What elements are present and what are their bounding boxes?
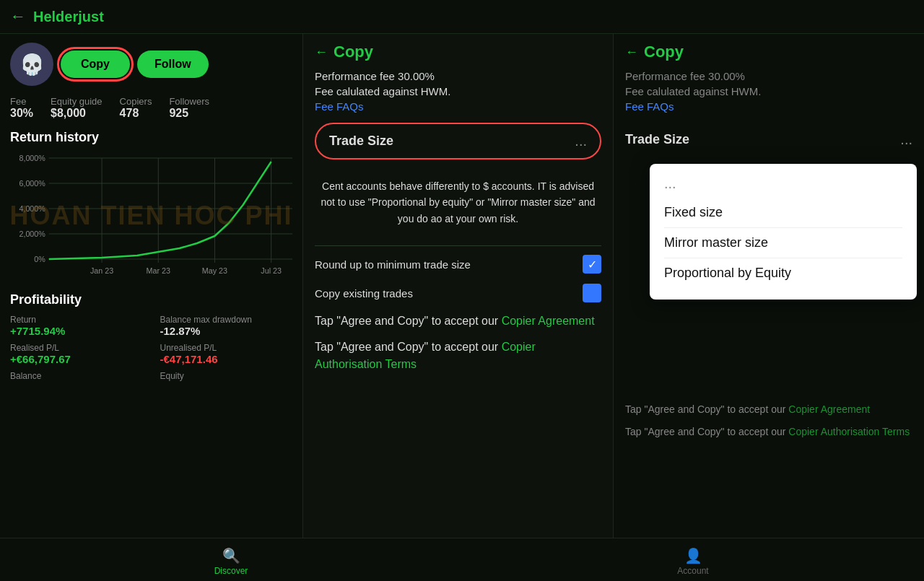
account-icon: 👤 bbox=[684, 547, 702, 564]
copy-button[interactable]: Copy bbox=[61, 51, 130, 78]
realised-pl-label: Realised P/L bbox=[10, 343, 143, 353]
warning-box: Cent accounts behave differently to $ ac… bbox=[315, 171, 601, 234]
copy-existing-row: Copy existing trades bbox=[315, 284, 601, 302]
divider-1 bbox=[315, 245, 601, 246]
equity-item: Equity bbox=[160, 371, 293, 381]
profitability-grid: Return +7715.94% Balance max drawdown -1… bbox=[10, 315, 292, 381]
agree-text-1: Tap "Agree and Copy" to accept our Copie… bbox=[315, 313, 601, 330]
svg-text:4,000%: 4,000% bbox=[19, 204, 45, 213]
equity-guide-label: Equity guide bbox=[51, 96, 103, 107]
unrealised-pl-value: -€47,171.46 bbox=[160, 353, 293, 365]
right-trade-size-row: Trade Size ... bbox=[625, 123, 912, 157]
realised-pl-value: +€66,797.67 bbox=[10, 353, 143, 365]
avatar: 💀 bbox=[10, 43, 53, 86]
copiers-value: 478 bbox=[120, 107, 152, 120]
round-up-row: Round up to minimum trade size ✓ bbox=[315, 255, 601, 274]
agree-text-2: Tap "Agree and Copy" to accept our Copie… bbox=[315, 338, 601, 373]
svg-text:0%: 0% bbox=[34, 255, 45, 263]
round-up-label: Round up to minimum trade size bbox=[315, 258, 471, 271]
copy-existing-label: Copy existing trades bbox=[315, 287, 413, 300]
mid-panel-title: Copy bbox=[334, 43, 373, 61]
dropdown-mirror-master[interactable]: Mirror master size bbox=[664, 228, 902, 258]
dropdown-proportional-equity[interactable]: Proportional by Equity bbox=[664, 258, 902, 288]
chart-svg: 8,000% 6,000% 4,000% 2,000% 0% Jan 23 Ma… bbox=[10, 151, 292, 281]
right-copier-agreement-link[interactable]: Copier Agreement bbox=[788, 403, 870, 415]
svg-text:Jul 23: Jul 23 bbox=[261, 266, 282, 275]
balance-drawdown-label: Balance max drawdown bbox=[160, 315, 293, 325]
discover-icon: 🔍 bbox=[222, 547, 240, 564]
equity-guide-value: $8,000 bbox=[51, 107, 103, 120]
top-nav: ← Helderjust bbox=[0, 0, 924, 34]
balance-drawdown-value: -12.87% bbox=[160, 325, 293, 337]
main-layout: 💀 Copy Follow Fee 30% Equity guide $8,00… bbox=[0, 34, 924, 538]
balance-label: Balance bbox=[10, 371, 143, 381]
chart-container: HOAN TIEN HOC PHI 8,000% 6,000% 4,000% 2… bbox=[10, 151, 292, 281]
stat-copiers: Copiers 478 bbox=[120, 96, 152, 120]
dropdown-dots: ... bbox=[664, 175, 902, 192]
realised-pl-item: Realised P/L +€66,797.67 bbox=[10, 343, 143, 365]
svg-text:6,000%: 6,000% bbox=[19, 179, 45, 188]
unrealised-pl-item: Unrealised P/L -€47,171.46 bbox=[160, 343, 293, 365]
copier-agreement-link[interactable]: Copier Agreement bbox=[502, 315, 595, 327]
follow-button[interactable]: Follow bbox=[137, 51, 209, 78]
bottom-nav: 🔍 Discover 👤 Account bbox=[0, 538, 924, 581]
balance-drawdown-item: Balance max drawdown -12.87% bbox=[160, 315, 293, 337]
followers-value: 925 bbox=[169, 107, 209, 120]
mid-panel-header: ← Copy bbox=[315, 43, 601, 61]
right-fee-faq[interactable]: Fee FAQs bbox=[625, 100, 912, 113]
account-label: Account bbox=[677, 566, 708, 576]
mid-trade-size-label: Trade Size bbox=[329, 134, 393, 149]
balance-item: Balance bbox=[10, 371, 143, 381]
right-performance-fee: Performance fee 30.00% bbox=[625, 70, 912, 82]
svg-text:Mar 23: Mar 23 bbox=[147, 266, 170, 275]
right-panel-header: ← Copy bbox=[625, 43, 912, 61]
mid-dots-menu[interactable]: ... bbox=[575, 133, 587, 149]
return-item: Return +7715.94% bbox=[10, 315, 143, 337]
mid-trade-size-row: Trade Size ... bbox=[315, 123, 601, 160]
warning-text: Cent accounts behave differently to $ ac… bbox=[315, 178, 601, 227]
return-label: Return bbox=[10, 315, 143, 325]
right-agree-text-2: Tap "Agree and Copy" to accept our Copie… bbox=[625, 424, 912, 440]
svg-text:May 23: May 23 bbox=[202, 266, 227, 275]
back-icon[interactable]: ← bbox=[10, 7, 26, 26]
stat-equity-guide: Equity guide $8,000 bbox=[51, 96, 103, 120]
followers-label: Followers bbox=[169, 96, 209, 107]
copy-existing-checkbox[interactable] bbox=[583, 284, 601, 302]
mid-back-arrow[interactable]: ← bbox=[315, 45, 328, 60]
right-panel-title: Copy bbox=[644, 43, 684, 61]
mid-performance-fee: Performance fee 30.00% bbox=[315, 70, 601, 82]
nav-discover[interactable]: 🔍 Discover bbox=[0, 544, 462, 578]
copiers-label: Copiers bbox=[120, 96, 152, 107]
right-fee-calc: Fee calulated against HWM. bbox=[625, 85, 912, 97]
trader-name: Helderjust bbox=[33, 9, 104, 25]
right-copier-auth-link[interactable]: Copier Authorisation Terms bbox=[788, 426, 910, 437]
stat-followers: Followers 925 bbox=[169, 96, 209, 120]
trader-header: 💀 Copy Follow bbox=[10, 43, 292, 86]
right-agree-text-1: Tap "Agree and Copy" to accept our Copie… bbox=[625, 402, 912, 417]
mid-panel: ← Copy Performance fee 30.00% Fee calula… bbox=[303, 34, 614, 538]
right-trade-size-label: Trade Size bbox=[625, 132, 689, 147]
stat-fee: Fee 30% bbox=[10, 96, 33, 120]
return-history-title: Return history bbox=[10, 130, 292, 145]
mid-fee-calc: Fee calulated against HWM. bbox=[315, 85, 601, 97]
nav-account[interactable]: 👤 Account bbox=[462, 544, 924, 578]
profitability-title: Profitability bbox=[10, 292, 292, 307]
equity-label: Equity bbox=[160, 371, 293, 381]
return-value: +7715.94% bbox=[10, 325, 143, 337]
left-panel: 💀 Copy Follow Fee 30% Equity guide $8,00… bbox=[0, 34, 303, 538]
fee-label: Fee bbox=[10, 96, 33, 107]
round-up-checkbox[interactable]: ✓ bbox=[583, 255, 601, 274]
stats-row: Fee 30% Equity guide $8,000 Copiers 478 … bbox=[10, 96, 292, 120]
right-back-arrow[interactable]: ← bbox=[625, 45, 638, 60]
svg-text:2,000%: 2,000% bbox=[19, 230, 45, 238]
dropdown-fixed-size[interactable]: Fixed size bbox=[664, 198, 902, 228]
svg-text:Jan 23: Jan 23 bbox=[90, 266, 113, 275]
unrealised-pl-label: Unrealised P/L bbox=[160, 343, 293, 353]
svg-text:8,000%: 8,000% bbox=[19, 154, 45, 162]
right-panel: ← Copy Performance fee 30.00% Fee calula… bbox=[614, 34, 924, 538]
mid-fee-faq[interactable]: Fee FAQs bbox=[315, 100, 601, 113]
fee-value: 30% bbox=[10, 107, 33, 120]
right-dots-menu[interactable]: ... bbox=[900, 131, 912, 148]
discover-label: Discover bbox=[214, 566, 248, 576]
dropdown-popup: ... Fixed size Mirror master size Propor… bbox=[650, 164, 917, 300]
